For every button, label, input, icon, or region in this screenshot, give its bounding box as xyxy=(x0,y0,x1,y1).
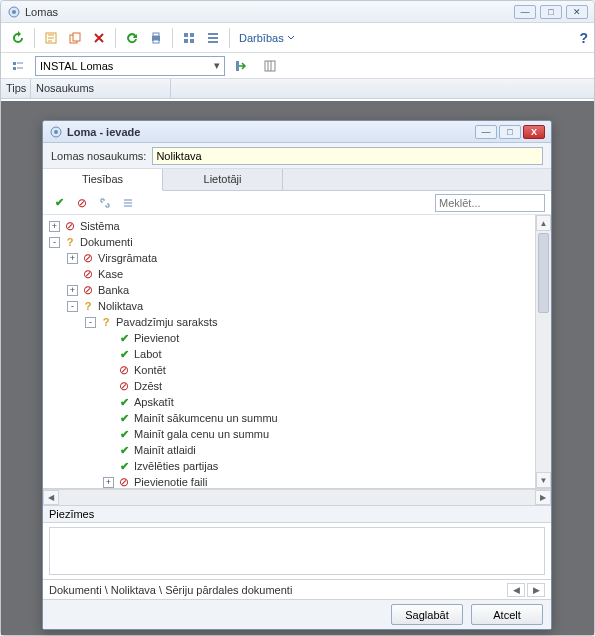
deny-all-button[interactable]: ⊘ xyxy=(72,193,92,213)
filter-icon-button[interactable] xyxy=(7,55,29,77)
col-tips[interactable]: Tips xyxy=(1,79,31,98)
expand-button[interactable] xyxy=(95,193,115,213)
dialog-close-button[interactable]: X xyxy=(523,125,545,139)
chevron-down-icon: ▾ xyxy=(214,59,220,72)
allow-icon: ✔ xyxy=(117,396,131,409)
tree-node[interactable]: +⊘Pievienotie faili xyxy=(43,474,535,488)
tree-node[interactable]: ✔Izvēlēties partijas xyxy=(43,458,535,474)
tree-toggle[interactable]: + xyxy=(49,221,60,232)
actions-menu[interactable]: Darbības xyxy=(239,32,295,44)
scroll-down-button[interactable]: ▼ xyxy=(536,472,551,488)
status-prev-button[interactable]: ◀ xyxy=(507,583,525,597)
tree-node-label: Mainīt sākumcenu un summu xyxy=(134,412,278,424)
dialog-minimize-button[interactable]: — xyxy=(475,125,497,139)
allow-icon: ✔ xyxy=(117,412,131,425)
status-path: Dokumenti \ Noliktava \ Sēriju pārdales … xyxy=(49,584,505,596)
tree-node[interactable]: ⊘Dzēst xyxy=(43,378,535,394)
tree-node[interactable]: +⊘Virsgrāmata xyxy=(43,250,535,266)
dialog-maximize-button[interactable]: □ xyxy=(499,125,521,139)
toolbar-sep xyxy=(34,28,35,48)
delete-button[interactable] xyxy=(88,27,110,49)
tree-node[interactable]: -?Pavadzīmju saraksts xyxy=(43,314,535,330)
allow-all-button[interactable]: ✔ xyxy=(49,193,69,213)
tab-users[interactable]: Lietotāji xyxy=(163,169,283,190)
role-name-input[interactable] xyxy=(152,147,543,165)
partial-icon: ? xyxy=(63,236,77,248)
app-icon xyxy=(7,5,21,19)
toolbar-sep xyxy=(172,28,173,48)
allow-icon: ✔ xyxy=(117,444,131,457)
tree-node[interactable]: +⊘Sistēma xyxy=(43,218,535,234)
tab-rights[interactable]: Tiesības xyxy=(43,169,163,191)
refresh-button[interactable] xyxy=(7,27,29,49)
tree-node[interactable]: ✔Mainīt sākumcenu un summu xyxy=(43,410,535,426)
tree-toggle[interactable]: + xyxy=(67,285,78,296)
vertical-scrollbar[interactable]: ▲ ▼ xyxy=(535,215,551,488)
tree-node[interactable]: ✔Apskatīt xyxy=(43,394,535,410)
tree-node[interactable]: -?Dokumenti xyxy=(43,234,535,250)
tree-node[interactable]: -?Noliktava xyxy=(43,298,535,314)
chevron-down-icon xyxy=(287,34,295,42)
tree-toggle[interactable]: - xyxy=(85,317,96,328)
scroll-right-button[interactable]: ▶ xyxy=(535,490,551,505)
main-minimize-button[interactable]: — xyxy=(514,5,536,19)
allow-icon: ✔ xyxy=(117,348,131,361)
tree-search-input[interactable] xyxy=(435,194,545,212)
svg-rect-6 xyxy=(153,33,159,36)
status-next-button[interactable]: ▶ xyxy=(527,583,545,597)
cancel-button[interactable]: Atcelt xyxy=(471,604,543,625)
notes-textarea[interactable] xyxy=(49,527,545,575)
tree-node-label: Apskatīt xyxy=(134,396,174,408)
permissions-tree[interactable]: +⊘Sistēma-?Dokumenti+⊘Virsgrāmata⊘Kase+⊘… xyxy=(43,215,535,488)
tree-node[interactable]: ✔Pievienot xyxy=(43,330,535,346)
columns-button[interactable] xyxy=(259,55,281,77)
tree-toggle[interactable]: - xyxy=(49,237,60,248)
help-button[interactable]: ? xyxy=(579,30,588,46)
go-button[interactable] xyxy=(231,55,253,77)
tree-node-label: Pavadzīmju saraksts xyxy=(116,316,217,328)
edit-button[interactable] xyxy=(40,27,62,49)
name-label: Lomas nosaukums: xyxy=(51,150,146,162)
scroll-up-button[interactable]: ▲ xyxy=(536,215,551,231)
dialog-title: Loma - ievade xyxy=(67,126,473,138)
tree-node[interactable]: ⊘Kontēt xyxy=(43,362,535,378)
tree-node[interactable]: +⊘Banka xyxy=(43,282,535,298)
view-grid-button[interactable] xyxy=(178,27,200,49)
tree-node-label: Pievienotie faili xyxy=(134,476,207,488)
scroll-left-button[interactable]: ◀ xyxy=(43,490,59,505)
tree-node[interactable]: ⊘Kase xyxy=(43,266,535,282)
dialog-titlebar[interactable]: Loma - ievade — □ X xyxy=(43,121,551,143)
deny-icon: ⊘ xyxy=(117,379,131,393)
tree-node[interactable]: ✔Mainīt atlaidi xyxy=(43,442,535,458)
allow-icon: ✔ xyxy=(117,428,131,441)
tree-toggle[interactable]: + xyxy=(103,477,114,488)
svg-rect-9 xyxy=(190,33,194,37)
tree-node-label: Dzēst xyxy=(134,380,162,392)
partial-icon: ? xyxy=(81,300,95,312)
main-maximize-button[interactable]: □ xyxy=(540,5,562,19)
tree-node[interactable]: ✔Mainīt gala cenu un summu xyxy=(43,426,535,442)
view-list-button[interactable] xyxy=(202,27,224,49)
toolbar-sep xyxy=(115,28,116,48)
lomas-combo[interactable]: INSTAL Lomas ▾ xyxy=(35,56,225,76)
svg-rect-7 xyxy=(153,40,159,43)
scroll-thumb[interactable] xyxy=(538,233,549,313)
main-close-button[interactable]: ✕ xyxy=(566,5,588,19)
copy-button[interactable] xyxy=(64,27,86,49)
main-title: Lomas xyxy=(25,6,510,18)
svg-point-1 xyxy=(12,10,16,14)
svg-rect-15 xyxy=(265,61,275,71)
deny-icon: ⊘ xyxy=(81,251,95,265)
tree-toggle[interactable]: + xyxy=(67,253,78,264)
tree-node[interactable]: ✔Labot xyxy=(43,346,535,362)
reload-button[interactable] xyxy=(121,27,143,49)
collapse-button[interactable] xyxy=(118,193,138,213)
toolbar-sep xyxy=(229,28,230,48)
hscroll-track[interactable] xyxy=(59,490,535,505)
tree-toggle[interactable]: - xyxy=(67,301,78,312)
main-toolbar: Darbības ? xyxy=(1,23,594,53)
print-button[interactable] xyxy=(145,27,167,49)
save-button[interactable]: Saglabāt xyxy=(391,604,463,625)
col-name[interactable]: Nosaukums xyxy=(31,79,171,98)
horizontal-scrollbar[interactable]: ◀ ▶ xyxy=(43,489,551,505)
